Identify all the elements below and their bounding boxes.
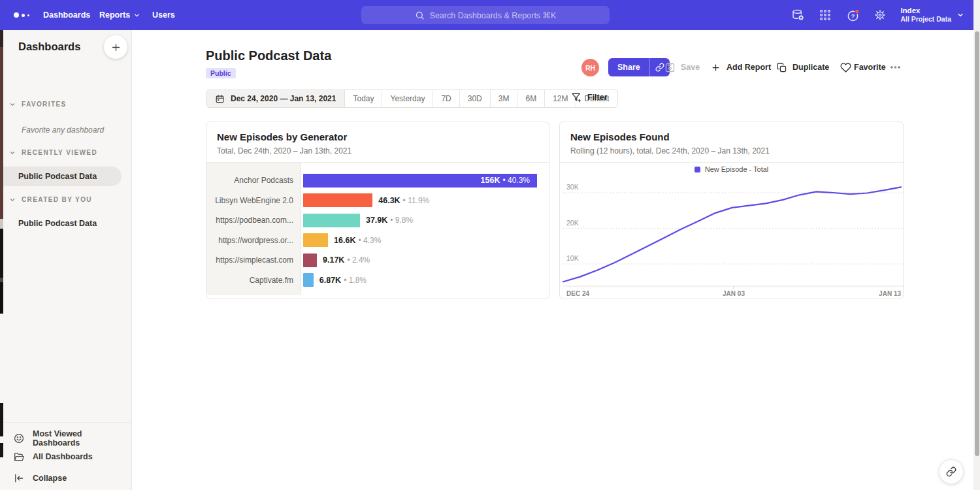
data-sources-icon[interactable]: [791, 8, 805, 22]
chart-legend[interactable]: New Episode - Total: [560, 165, 903, 173]
bar-row: https://simplecast.com9.17K• 2.4%: [206, 250, 549, 270]
scrollbar-thumb[interactable]: [975, 31, 979, 456]
nav-item-users[interactable]: Users: [152, 0, 175, 30]
range-option-30d[interactable]: 30D: [460, 90, 491, 107]
filter-label: Filter: [587, 93, 608, 102]
new-dashboard-button[interactable]: [104, 35, 127, 59]
date-range-value: Dec 24, 2020 — Jan 13, 2021: [231, 94, 336, 103]
bar-category-label: https://wordpress.or...: [206, 231, 293, 251]
share-label: Share: [617, 63, 640, 72]
all-dashboards-button[interactable]: All Dashboards: [13, 451, 93, 463]
chart-subtitle: Total, Dec 24th, 2020 – Jan 13th, 2021: [217, 146, 351, 155]
bar-segment[interactable]: [303, 193, 372, 207]
legend-swatch: [694, 167, 700, 172]
section-recently-viewed[interactable]: RECENTLY VIEWED: [9, 149, 97, 156]
save-button[interactable]: Save: [664, 58, 700, 76]
sidebar-item-public-podcast-data[interactable]: Public Podcast Data: [0, 167, 122, 186]
bar-category-label: https://podbean.com...: [206, 210, 293, 231]
notification-badge: [855, 9, 859, 13]
bar-row: https://wordpress.or...16.6K• 4.3%: [206, 231, 549, 251]
y-axis-tick: 20K: [566, 219, 579, 227]
bar-value-label: 156K• 40.3%: [481, 171, 530, 191]
date-range-picker[interactable]: Dec 24, 2020 — Jan 13, 2021: [206, 90, 345, 107]
duplicate-button[interactable]: Duplicate: [776, 58, 829, 76]
chevron-down-icon: [9, 197, 16, 203]
nav-reports-label: Reports: [99, 10, 130, 20]
y-axis-tick: 10K: [566, 254, 579, 262]
date-range-toolbar: Dec 24, 2020 — Jan 13, 2021 Today Yester…: [206, 90, 618, 108]
section-label: RECENTLY VIEWED: [22, 149, 97, 156]
section-created-by-you[interactable]: CREATED BY YOU: [9, 196, 92, 203]
scrollbar-track: [973, 0, 980, 490]
section-label: FAVORITES: [22, 101, 67, 108]
filter-button[interactable]: Filter: [571, 92, 608, 103]
chart-title: New Episodes by Generator: [217, 131, 347, 142]
sidebar-item-label: Public Podcast Data: [18, 219, 97, 228]
footer-item-label: Most Viewed Dashboards: [33, 429, 131, 448]
bar-value-label: 9.17K• 2.4%: [323, 250, 370, 270]
footer-item-label: Collapse: [33, 474, 67, 483]
range-option-today[interactable]: Today: [345, 90, 382, 107]
smiley-icon: [13, 433, 25, 444]
sidebar-item-public-podcast-data-2[interactable]: Public Podcast Data: [0, 214, 122, 233]
report-card-new-episodes-by-generator: New Episodes by Generator Total, Dec 24t…: [206, 122, 549, 299]
line-chart[interactable]: 10K20K30KDEC 24JAN 03JAN 13: [560, 177, 904, 299]
settings-gear-icon[interactable]: [873, 8, 887, 22]
favorite-label-wrap[interactable]: Favorite: [854, 58, 886, 76]
range-option-6m[interactable]: 6M: [517, 90, 545, 107]
line-series[interactable]: [563, 187, 901, 282]
more-options-button[interactable]: [890, 58, 901, 76]
apps-grid-icon[interactable]: [818, 8, 832, 22]
favorite-label: Favorite: [854, 63, 886, 72]
favorites-empty-text: Favorite any dashboard: [22, 125, 104, 135]
range-option-yesterday[interactable]: Yesterday: [382, 90, 433, 107]
share-button[interactable]: Share: [608, 58, 649, 76]
bar-segment[interactable]: [303, 214, 360, 227]
bar-row: Anchor Podcasts156K• 40.3%: [206, 171, 549, 191]
svg-text:?: ?: [851, 12, 855, 19]
heart-icon: [840, 62, 851, 73]
collapse-icon: [13, 472, 25, 484]
search-icon: [415, 10, 425, 20]
bar-category-label: https://simplecast.com: [206, 250, 293, 270]
duplicate-icon: [776, 62, 787, 73]
bar-chart: Anchor Podcasts156K• 40.3%Libsyn WebEngi…: [206, 171, 549, 290]
bar-value-label: 16.6K• 4.3%: [334, 231, 381, 251]
sidebar-item-label: Public Podcast Data: [18, 172, 97, 181]
avatar[interactable]: RH: [581, 59, 599, 76]
bar-segment[interactable]: [303, 233, 328, 247]
nav-item-dashboards[interactable]: Dashboards: [43, 0, 90, 30]
bar-segment[interactable]: [303, 273, 314, 287]
app-window: Dashboards Reports Users Search Dashboar…: [0, 0, 980, 490]
help-icon[interactable]: ?: [845, 8, 860, 22]
floating-link-button[interactable]: [939, 459, 964, 484]
x-axis-tick: JAN 03: [723, 290, 745, 297]
x-axis-tick: DEC 24: [566, 290, 589, 297]
x-axis-tick: JAN 13: [879, 290, 901, 297]
bar-row: https://podbean.com...37.9K• 9.8%: [206, 210, 549, 231]
workspace-switcher[interactable]: Index All Project Data: [900, 7, 964, 24]
collapse-sidebar-button[interactable]: Collapse: [13, 472, 67, 484]
mode-logo[interactable]: [14, 12, 29, 18]
nav-item-reports[interactable]: Reports: [99, 0, 140, 30]
nav-users-label: Users: [152, 10, 175, 20]
bar-row: Captivate.fm6.87K• 1.8%: [206, 270, 549, 291]
section-favorites[interactable]: FAVORITES: [9, 101, 67, 108]
divider: [560, 162, 903, 163]
range-option-7d[interactable]: 7D: [433, 90, 459, 107]
most-viewed-dashboards-button[interactable]: Most Viewed Dashboards: [13, 429, 131, 448]
sidebar-title: Dashboards: [18, 41, 80, 53]
folder-icon: [13, 451, 25, 463]
chevron-down-icon: [133, 12, 140, 19]
range-option-3m[interactable]: 3M: [491, 90, 518, 107]
workspace-name: Index: [900, 7, 951, 15]
search-input[interactable]: Search Dashboards & Reports ⌘K: [361, 6, 610, 24]
chevron-down-icon: [9, 150, 16, 156]
bar-category-label: Anchor Podcasts: [206, 171, 293, 191]
bar-segment[interactable]: [303, 253, 317, 267]
chart-title: New Episodes Found: [570, 131, 670, 142]
link-icon: [946, 466, 956, 477]
favorite-button[interactable]: [840, 58, 851, 76]
add-report-button[interactable]: Add Report: [710, 58, 771, 76]
top-nav: Dashboards Reports Users Search Dashboar…: [0, 0, 980, 30]
